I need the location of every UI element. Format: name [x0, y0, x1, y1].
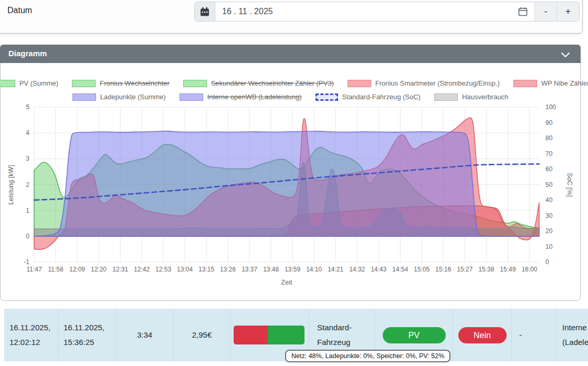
svg-text:16:00: 16:00 — [521, 266, 537, 273]
legend-label: Fronius Wechselrichter — [100, 79, 170, 87]
legend-label: Hausverbrauch — [462, 93, 508, 101]
date-value: 16 . 11 . 2025 — [215, 7, 518, 16]
legend-label: Standard-Fahrzeug (SoC) — [342, 93, 421, 101]
prio-badge: Nein — [458, 327, 507, 343]
svg-text:11:58: 11:58 — [48, 266, 63, 273]
session-duration-cell: 3:34 — [116, 309, 173, 361]
legend-item-6[interactable]: Interne openWB (Ladeleistung) — [180, 93, 302, 101]
legend-label: PV (Summe) — [19, 79, 58, 87]
svg-text:70: 70 — [545, 150, 553, 158]
svg-text:12:53: 12:53 — [155, 266, 171, 273]
svg-text:3: 3 — [26, 155, 29, 162]
legend-item-5[interactable]: Ladepunkte (Summe) — [72, 93, 166, 101]
svg-text:13:15: 13:15 — [198, 266, 214, 273]
date-plus-button[interactable]: + — [556, 2, 579, 21]
dash-cell: - — [511, 309, 555, 361]
diagram-header[interactable] — [0, 45, 581, 63]
svg-text:SoC [%]: SoC [%] — [566, 173, 573, 197]
svg-text:14:21: 14:21 — [328, 266, 343, 273]
svg-text:1: 1 — [26, 207, 29, 214]
svg-text:100: 100 — [545, 104, 556, 111]
svg-text:12:42: 12:42 — [134, 266, 150, 273]
session-end-cell: 16.11.2025, 15:36:25 — [58, 309, 116, 361]
chart-tooltip: Netz: 48%, Ladepunkte: 0%, Speicher: 0%,… — [285, 350, 450, 362]
red-swatch-icon — [348, 80, 371, 87]
svg-text:13:26: 13:26 — [220, 266, 236, 273]
svg-text:14:32: 14:32 — [349, 266, 365, 273]
svg-text:Zeit: Zeit — [281, 279, 292, 286]
legend-item-4[interactable]: WP Nibe Zähler — [513, 79, 588, 87]
svg-text:13:37: 13:37 — [242, 266, 257, 273]
green-swatch-icon — [0, 80, 15, 87]
svg-text:10: 10 — [545, 243, 553, 250]
svg-text:50: 50 — [545, 181, 553, 189]
svg-text:13:59: 13:59 — [285, 266, 300, 273]
svg-text:Leistung [kW]: Leistung [kW] — [7, 165, 15, 205]
legend-item-1[interactable]: Fronius Wechselrichter — [72, 79, 170, 87]
chart-legend-row-2: Ladepunkte (Summe)Interne openWB (Ladele… — [0, 93, 581, 101]
calendar-outline-icon[interactable] — [518, 7, 528, 16]
svg-text:15:27: 15:27 — [457, 266, 472, 273]
prio-cell: Nein — [453, 309, 511, 361]
dashed-swatch-icon — [316, 93, 338, 101]
green-swatch-icon — [72, 80, 96, 87]
svg-text:0: 0 — [545, 258, 549, 266]
svg-text:15:38: 15:38 — [478, 266, 494, 273]
diagram-chart[interactable]: 11:4711:5812:0912:2012:3112:4212:5313:04… — [4, 104, 576, 292]
svg-text:14:10: 14:10 — [306, 266, 322, 273]
date-minus-button[interactable]: - — [534, 2, 556, 21]
date-input[interactable]: 16 . 11 . 2025 — [215, 2, 534, 21]
date-input-group: 16 . 11 . 2025 - + — [194, 2, 580, 22]
svg-text:5: 5 — [26, 104, 29, 111]
legend-item-0[interactable]: PV (Summe) — [0, 79, 58, 87]
svg-text:0: 0 — [26, 233, 29, 240]
charge-mode-badge: PV — [383, 327, 446, 343]
red-swatch-icon — [513, 80, 537, 87]
svg-text:12:09: 12:09 — [69, 266, 85, 273]
svg-text:15:16: 15:16 — [435, 266, 451, 273]
energy-split-bar — [234, 326, 304, 344]
purple-swatch-icon — [72, 93, 96, 101]
svg-text:13:04: 13:04 — [177, 266, 193, 273]
svg-text:14:54: 14:54 — [392, 266, 408, 273]
svg-text:-1: -1 — [24, 258, 29, 266]
purple-swatch-icon — [180, 93, 203, 101]
svg-text:15:49: 15:49 — [500, 266, 516, 273]
legend-label: WP Nibe Zähler — [541, 79, 588, 87]
green-swatch-icon — [183, 80, 207, 87]
gray-swatch-icon — [434, 93, 458, 101]
legend-item-8[interactable]: Hausverbrauch — [434, 93, 508, 101]
session-cost-cell: 2,95€ — [173, 309, 230, 361]
chart-legend-row-1: PV (Summe)Fronius WechselrichterSekundär… — [0, 79, 581, 87]
legend-label: Sekundärer Wechselrichter Zähler (PV3) — [211, 79, 334, 87]
svg-text:12:31: 12:31 — [112, 266, 128, 273]
diagram-title: Diagramm — [8, 49, 47, 58]
legend-label: Ladepunkte (Summe) — [100, 93, 166, 101]
legend-label: Fronius Smartmeter (Strombezug/Einsp.) — [375, 79, 500, 87]
chevron-down-icon[interactable] — [561, 52, 570, 58]
session-start-cell: 16.11.2025, 12:02:12 — [4, 309, 58, 361]
legend-item-3[interactable]: Fronius Smartmeter (Strombezug/Einsp.) — [348, 79, 500, 87]
svg-text:12:20: 12:20 — [91, 266, 107, 273]
svg-text:80: 80 — [545, 134, 553, 142]
svg-text:15:05: 15:05 — [414, 266, 429, 273]
chargepoint-cell: Interne openWB (Ladeleistung) — [555, 309, 588, 361]
svg-text:13:48: 13:48 — [263, 266, 279, 273]
svg-text:40: 40 — [545, 196, 553, 204]
svg-text:20: 20 — [545, 227, 553, 235]
legend-item-2[interactable]: Sekundärer Wechselrichter Zähler (PV3) — [183, 79, 334, 87]
svg-text:4: 4 — [26, 129, 29, 137]
calendar-icon — [200, 7, 209, 17]
svg-text:60: 60 — [545, 165, 553, 173]
svg-text:90: 90 — [545, 119, 553, 127]
legend-label: Interne openWB (Ladeleistung) — [207, 93, 302, 101]
svg-text:30: 30 — [545, 212, 553, 219]
calendar-button[interactable] — [195, 2, 215, 21]
legend-item-7[interactable]: Standard-Fahrzeug (SoC) — [316, 93, 421, 101]
datum-label: Datum — [7, 6, 32, 15]
svg-text:2: 2 — [26, 181, 29, 189]
svg-text:14:43: 14:43 — [371, 266, 386, 273]
svg-text:11:47: 11:47 — [26, 266, 41, 273]
